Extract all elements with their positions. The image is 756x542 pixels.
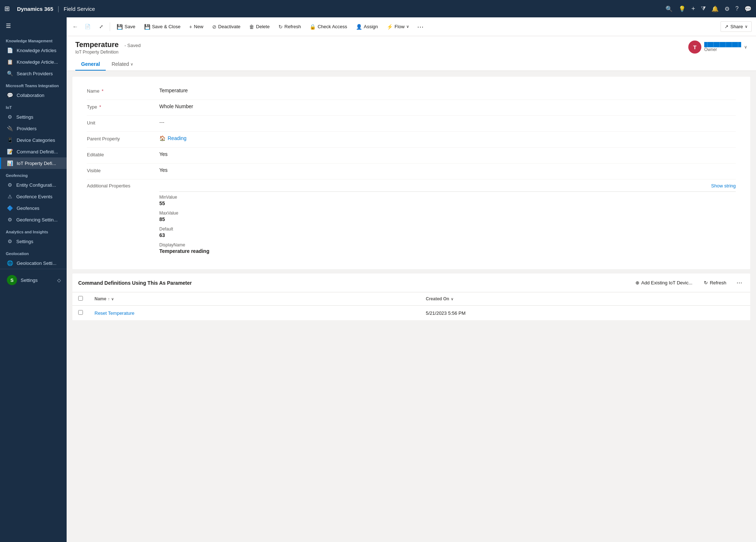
- collaboration-icon: 💬: [7, 92, 13, 98]
- field-unit-row: Unit ---: [87, 116, 736, 132]
- sidebar-item-geofences[interactable]: 🔷 Geofences: [0, 202, 67, 214]
- sidebar-item-iot-settings[interactable]: ⚙ Settings: [0, 111, 67, 123]
- avatar: T: [688, 41, 701, 54]
- filter-icon[interactable]: ⧩: [701, 5, 706, 12]
- sidebar-section-knowledge: Knowledge Management 📄 Knowledge Article…: [0, 34, 67, 79]
- row-checkbox[interactable]: [78, 310, 83, 315]
- help-icon[interactable]: ?: [735, 5, 739, 12]
- module-name[interactable]: Field Service: [64, 6, 95, 12]
- sidebar-item-providers[interactable]: 🔌 Providers: [0, 123, 67, 134]
- iot-property-icon: 📊: [7, 160, 13, 166]
- th-created-on-sort[interactable]: Created On ∨: [426, 296, 744, 301]
- saved-badge: - Saved: [125, 43, 141, 48]
- prop-default-value: 63: [159, 232, 736, 238]
- assign-button[interactable]: 👤 Assign: [352, 22, 382, 32]
- geofences-label: Geofences: [17, 206, 39, 211]
- save-button[interactable]: 💾 Save: [113, 22, 139, 32]
- geofences-icon: 🔷: [7, 205, 13, 211]
- assign-label: Assign: [364, 24, 378, 29]
- back-button[interactable]: ←: [71, 22, 80, 31]
- show-string-button[interactable]: Show string: [711, 183, 736, 189]
- th-name-chevron: ∨: [111, 297, 114, 301]
- sidebar-item-command-def[interactable]: 📝 Command Definiti...: [0, 146, 67, 157]
- deactivate-button[interactable]: ⊘ Deactivate: [209, 22, 244, 32]
- sidebar-item-geofence-events[interactable]: ⚠ Geofence Events: [0, 191, 67, 202]
- sidebar-item-iot-property[interactable]: 📊 IoT Property Defi...: [0, 157, 67, 169]
- th-created-on-label: Created On: [426, 296, 449, 301]
- row-created-on-cell: 5/21/2023 5:56 PM: [420, 306, 750, 321]
- sidebar-item-device-categories[interactable]: 📱 Device Categories: [0, 134, 67, 146]
- sidebar-item-geolocation-settings[interactable]: 🌐 Geolocation Setti...: [0, 257, 67, 269]
- refresh-button[interactable]: ↻ Refresh: [275, 22, 305, 32]
- field-editable-value[interactable]: Yes: [159, 151, 736, 157]
- table-refresh-button[interactable]: ↻ Refresh: [700, 278, 730, 287]
- table-refresh-icon: ↻: [704, 280, 708, 285]
- field-visible-value[interactable]: Yes: [159, 167, 736, 173]
- refresh-icon: ↻: [278, 24, 283, 30]
- sidebar-item-collaboration[interactable]: 💬 Collaboration: [0, 89, 67, 101]
- flow-button[interactable]: ⚡ Flow ∨: [383, 22, 413, 32]
- save-label: Save: [125, 24, 135, 29]
- add-icon[interactable]: +: [692, 5, 696, 13]
- field-editable-row: Editable Yes: [87, 148, 736, 164]
- field-type-row: Type * Whole Number: [87, 100, 736, 116]
- tab-related-label: Related: [112, 61, 129, 67]
- field-unit-value[interactable]: ---: [159, 119, 736, 125]
- section-title-teams: Microsoft Teams Integration: [0, 79, 67, 89]
- page-subtitle: IoT Property Definition: [75, 50, 140, 55]
- table-refresh-label: Refresh: [710, 280, 726, 285]
- add-existing-button[interactable]: ⊕ Add Existing IoT Devic...: [632, 278, 696, 287]
- field-type-value[interactable]: Whole Number: [159, 103, 736, 109]
- chat-icon[interactable]: 💬: [744, 5, 752, 12]
- owner-name: ████████████: [704, 42, 741, 47]
- tab-general[interactable]: General: [75, 58, 106, 71]
- delete-button[interactable]: 🗑 Delete: [245, 22, 273, 32]
- save-close-button[interactable]: 💾 Save & Close: [140, 22, 184, 32]
- sidebar-item-bottom-settings[interactable]: S Settings ◇: [0, 272, 67, 288]
- field-parent-value[interactable]: 🏠 Reading: [159, 135, 736, 141]
- sidebar-item-analytics-settings[interactable]: ⚙ Settings: [0, 236, 67, 247]
- knowledge-article-2-icon: 📋: [7, 59, 13, 65]
- share-button[interactable]: ↗ Share ∨: [721, 21, 752, 32]
- form-scroll: Temperature - Saved IoT Property Definit…: [67, 36, 756, 542]
- sidebar-hamburger[interactable]: ☰: [0, 17, 67, 34]
- sidebar: ☰ Knowledge Management 📄 Knowledge Artic…: [0, 17, 67, 542]
- page-icon-button[interactable]: 📄: [81, 22, 94, 31]
- sidebar-item-geofencing-settings[interactable]: ⚙ Geofencing Settin...: [0, 214, 67, 225]
- geofencing-settings-label: Geofencing Settin...: [16, 217, 58, 223]
- field-name-row: Name * Temperature: [87, 84, 736, 100]
- th-name-sort[interactable]: Name ↑ ∨: [94, 296, 414, 301]
- prop-maxvalue: MaxValue 85: [159, 211, 736, 222]
- notification-icon[interactable]: 🔔: [711, 5, 719, 12]
- settings-icon[interactable]: ⚙: [724, 5, 730, 12]
- more-button[interactable]: ⋯: [414, 21, 427, 32]
- prop-minvalue-value: 55: [159, 200, 736, 206]
- deactivate-icon: ⊘: [212, 24, 217, 30]
- flow-label: Flow: [395, 24, 404, 29]
- waffle-icon[interactable]: ⊞: [4, 5, 10, 13]
- owner-area[interactable]: T ████████████ Owner ∨: [688, 41, 747, 54]
- expand-button[interactable]: ⤢: [96, 22, 107, 31]
- sidebar-item-knowledge-articles[interactable]: 📄 Knowledge Articles: [0, 45, 67, 56]
- new-icon: +: [189, 24, 192, 30]
- sidebar-item-knowledge-article-2[interactable]: 📋 Knowledge Article...: [0, 56, 67, 68]
- page-title-area: Temperature - Saved IoT Property Definit…: [75, 41, 140, 55]
- lightbulb-icon[interactable]: 💡: [679, 5, 686, 12]
- sidebar-item-search-providers[interactable]: 🔍 Search Providers: [0, 68, 67, 79]
- prop-displayname-value: Temperature reading: [159, 248, 736, 254]
- new-button[interactable]: + New: [185, 22, 207, 32]
- check-access-button[interactable]: 🔒 Check Access: [306, 22, 351, 32]
- search-icon[interactable]: 🔍: [665, 5, 673, 12]
- owner-chevron-icon[interactable]: ∨: [744, 45, 747, 50]
- sidebar-section-geofencing: Geofencing ⚙ Entity Configurati... ⚠ Geo…: [0, 169, 67, 225]
- sidebar-item-entity-config[interactable]: ⚙ Entity Configurati...: [0, 179, 67, 191]
- parent-link-icon: 🏠: [159, 135, 165, 141]
- field-type-required: *: [99, 104, 101, 110]
- tab-related[interactable]: Related ∨: [106, 58, 139, 71]
- table-more-button[interactable]: ⋯: [734, 278, 744, 288]
- select-all-checkbox[interactable]: [78, 296, 83, 301]
- field-name-value[interactable]: Temperature: [159, 88, 736, 93]
- row-name-cell[interactable]: Reset Temperature: [89, 306, 420, 321]
- share-label: Share: [730, 24, 743, 29]
- bottom-settings-chevron: ◇: [57, 278, 61, 283]
